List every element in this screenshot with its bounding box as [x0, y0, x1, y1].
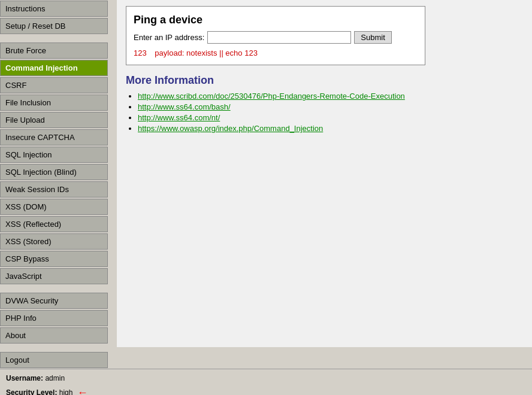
- ping-box: Ping a device Enter an IP address: Submi…: [126, 6, 425, 65]
- sidebar-item-sql-injection-blind[interactable]: SQL Injection (Blind): [0, 164, 108, 180]
- more-info-title: More Information: [126, 74, 523, 87]
- sidebar-item-php-info[interactable]: PHP Info: [0, 310, 108, 326]
- username-value: admin: [45, 374, 65, 382]
- list-item: https://www.owasp.org/index.php/Command_…: [138, 124, 523, 133]
- ping-output: 123 payload: notexists || echo 123: [134, 48, 418, 57]
- sidebar-item-csp-bypass[interactable]: CSP Bypass: [0, 251, 108, 267]
- sidebar-item-logout[interactable]: Logout: [0, 352, 108, 368]
- ping-submit[interactable]: Submit: [354, 31, 391, 44]
- sidebar-item-xss-dom[interactable]: XSS (DOM): [0, 199, 108, 215]
- footer: Username: admin Security Level: high ← P…: [0, 369, 532, 395]
- arrow-icon: ←: [77, 384, 88, 395]
- username-label: Username:: [6, 374, 43, 382]
- sidebar-item-command-injection[interactable]: Command Injection: [0, 60, 108, 76]
- ping-title: Ping a device: [134, 14, 418, 26]
- sidebar-item-sql-injection[interactable]: SQL Injection: [0, 147, 108, 163]
- ping-input[interactable]: [207, 31, 351, 44]
- security-label: Security Level:: [6, 388, 57, 395]
- more-info-link-0[interactable]: http://www.scribd.com/doc/2530476/Php-En…: [138, 92, 405, 101]
- sidebar-item-instructions[interactable]: Instructions: [0, 1, 108, 17]
- sidebar-item-xss-reflected[interactable]: XSS (Reflected): [0, 216, 108, 232]
- sidebar-item-javascript[interactable]: JavaScript: [0, 268, 108, 284]
- sidebar-item-file-inclusion[interactable]: File Inclusion: [0, 95, 108, 111]
- sidebar-item-insecure-captcha[interactable]: Insecure CAPTCHA: [0, 129, 108, 145]
- footer-username-line: Username: admin: [6, 373, 88, 384]
- sidebar-item-about[interactable]: About: [0, 327, 108, 344]
- list-item: http://www.ss64.com/nt/: [138, 113, 523, 122]
- more-info-link-3[interactable]: https://www.owasp.org/index.php/Command_…: [138, 124, 323, 133]
- more-info-links: http://www.scribd.com/doc/2530476/Php-En…: [126, 92, 523, 133]
- more-info-link-1[interactable]: http://www.ss64.com/bash/: [138, 102, 231, 111]
- more-info-link-2[interactable]: http://www.ss64.com/nt/: [138, 113, 220, 122]
- security-value: high: [59, 388, 73, 395]
- ping-form: Enter an IP address: Submit: [134, 31, 418, 44]
- sidebar-item-setup[interactable]: Setup / Reset DB: [0, 18, 108, 34]
- sidebar-item-xss-stored[interactable]: XSS (Stored): [0, 233, 108, 250]
- ping-output-payload: payload: notexists || echo 123: [155, 48, 258, 57]
- footer-info: Username: admin Security Level: high ← P…: [6, 373, 88, 395]
- more-info-section: More Information http://www.scribd.com/d…: [126, 74, 523, 133]
- ping-output-num: 123: [134, 48, 147, 57]
- sidebar-item-dvwa-security[interactable]: DVWA Security: [0, 293, 108, 309]
- sidebar-item-file-upload[interactable]: File Upload: [0, 112, 108, 128]
- list-item: http://www.scribd.com/doc/2530476/Php-En…: [138, 92, 523, 101]
- sidebar-item-csrf[interactable]: CSRF: [0, 77, 108, 93]
- sidebar-item-brute-force[interactable]: Brute Force: [0, 42, 108, 59]
- sidebar-item-weak-session-ids[interactable]: Weak Session IDs: [0, 181, 108, 198]
- footer-security-line: Security Level: high ←: [6, 384, 88, 395]
- list-item: http://www.ss64.com/bash/: [138, 102, 523, 111]
- ping-label: Enter an IP address:: [134, 33, 204, 42]
